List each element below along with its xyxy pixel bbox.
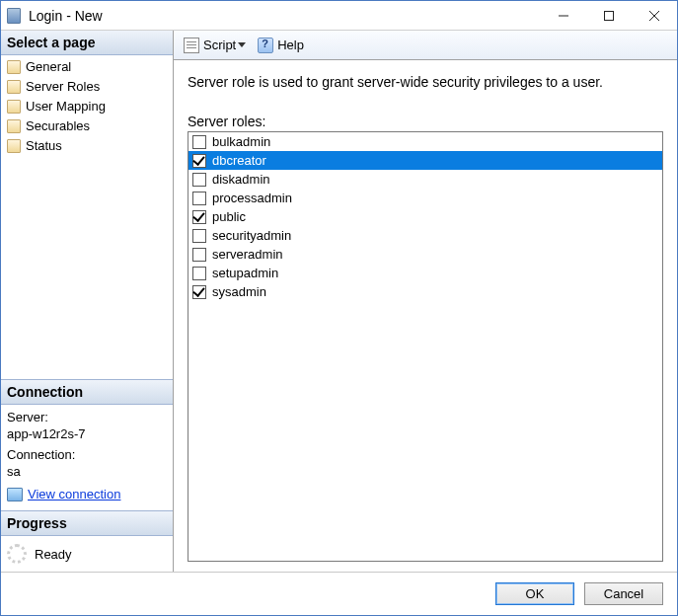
role-row-securityadmin[interactable]: securityadmin xyxy=(188,226,662,245)
title-bar: Login - New xyxy=(1,1,677,31)
main-panel: Script Help Server role is used to grant… xyxy=(174,31,677,572)
role-checkbox-securityadmin[interactable] xyxy=(192,229,206,243)
server-label: Server: xyxy=(7,409,167,425)
window-title: Login - New xyxy=(27,8,541,24)
role-label: bulkadmin xyxy=(212,134,270,149)
role-checkbox-dbcreator[interactable] xyxy=(192,154,206,168)
page-item-server-roles[interactable]: Server Roles xyxy=(1,77,173,97)
role-row-dbcreator[interactable]: dbcreator xyxy=(188,151,662,170)
role-row-public[interactable]: public xyxy=(188,207,662,226)
role-label: public xyxy=(212,209,246,224)
roles-list-label: Server roles: xyxy=(188,114,663,129)
connection-header: Connection xyxy=(1,379,173,405)
script-icon xyxy=(184,38,199,53)
connection-label: Connection: xyxy=(7,446,167,463)
role-label: diskadmin xyxy=(212,172,270,187)
role-label: sysadmin xyxy=(212,284,266,299)
ok-button[interactable]: OK xyxy=(495,582,574,605)
server-roles-list[interactable]: bulkadmindbcreatordiskadminprocessadminp… xyxy=(188,131,663,562)
svg-rect-1 xyxy=(605,11,614,20)
role-row-serveradmin[interactable]: serveradmin xyxy=(188,245,662,264)
minimize-button[interactable] xyxy=(541,1,586,30)
role-checkbox-processadmin[interactable] xyxy=(192,192,206,205)
maximize-button[interactable] xyxy=(586,1,632,30)
role-checkbox-serveradmin[interactable] xyxy=(192,248,206,262)
progress-spinner-icon xyxy=(7,544,27,564)
help-label: Help xyxy=(277,38,304,52)
page-item-label: User Mapping xyxy=(26,98,106,116)
view-connection-link[interactable]: View connection xyxy=(28,486,120,502)
cancel-button[interactable]: Cancel xyxy=(584,582,663,605)
toolbar: Script Help xyxy=(174,31,677,60)
page-icon xyxy=(7,80,21,94)
close-button[interactable] xyxy=(632,1,677,30)
page-icon xyxy=(7,119,21,133)
dialog-footer: OK Cancel xyxy=(1,572,677,615)
page-icon xyxy=(7,139,21,153)
dropdown-icon xyxy=(238,42,246,47)
help-button[interactable]: Help xyxy=(254,36,308,55)
role-label: setupadmin xyxy=(212,266,278,280)
role-row-sysadmin[interactable]: sysadmin xyxy=(188,282,662,301)
monitor-icon xyxy=(7,488,23,501)
description-text: Server role is used to grant server-wide… xyxy=(188,74,663,90)
role-label: processadmin xyxy=(212,191,292,205)
page-icon xyxy=(7,60,21,74)
role-row-bulkadmin[interactable]: bulkadmin xyxy=(188,132,662,151)
select-page-header: Select a page xyxy=(1,31,173,55)
role-row-diskadmin[interactable]: diskadmin xyxy=(188,170,662,189)
page-icon xyxy=(7,100,21,114)
page-item-label: Securables xyxy=(26,117,90,135)
server-value: app-w12r2s-7 xyxy=(7,425,167,442)
role-checkbox-public[interactable] xyxy=(192,210,206,224)
role-checkbox-sysadmin[interactable] xyxy=(192,285,206,299)
page-item-label: Status xyxy=(26,137,62,155)
page-item-status[interactable]: Status xyxy=(1,136,173,156)
role-label: dbcreator xyxy=(212,153,266,168)
page-list: GeneralServer RolesUser MappingSecurable… xyxy=(1,55,173,164)
progress-text: Ready xyxy=(35,547,72,562)
script-button[interactable]: Script xyxy=(180,36,250,55)
sidebar: Select a page GeneralServer RolesUser Ma… xyxy=(1,31,174,572)
page-item-label: General xyxy=(26,58,71,76)
role-checkbox-bulkadmin[interactable] xyxy=(192,135,206,149)
progress-header: Progress xyxy=(1,510,173,536)
role-label: serveradmin xyxy=(212,247,283,262)
app-icon xyxy=(1,8,27,24)
role-checkbox-setupadmin[interactable] xyxy=(192,267,206,280)
page-item-user-mapping[interactable]: User Mapping xyxy=(1,97,173,116)
connection-value: sa xyxy=(7,463,167,480)
role-checkbox-diskadmin[interactable] xyxy=(192,173,206,187)
help-icon xyxy=(258,38,273,53)
page-item-securables[interactable]: Securables xyxy=(1,116,173,136)
role-row-processadmin[interactable]: processadmin xyxy=(188,189,662,207)
role-row-setupadmin[interactable]: setupadmin xyxy=(188,264,662,282)
script-label: Script xyxy=(203,38,236,52)
role-label: securityadmin xyxy=(212,228,291,243)
page-item-label: Server Roles xyxy=(26,78,100,96)
page-item-general[interactable]: General xyxy=(1,57,173,77)
